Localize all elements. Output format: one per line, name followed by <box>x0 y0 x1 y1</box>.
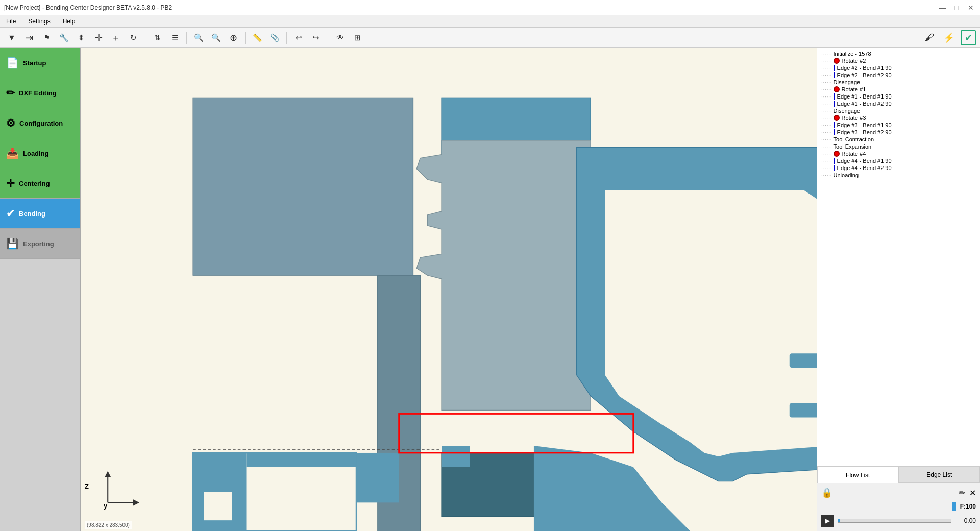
zoom-fit-icon[interactable]: ⊕ <box>226 30 241 45</box>
redo-icon[interactable]: ↪ <box>308 30 324 45</box>
separator-1 <box>145 32 145 44</box>
edit-icon[interactable]: ✏ <box>959 488 965 498</box>
flow-dots-icon: · · · · · · <box>821 144 831 150</box>
rotate-red-icon <box>834 58 840 64</box>
flow-item[interactable]: · · · · · ·Rotate #3 <box>817 114 980 122</box>
flow-item-text: Rotate #1 <box>842 86 866 92</box>
lock-icon[interactable]: 🔒 <box>821 487 832 498</box>
refresh-icon[interactable]: ↻ <box>126 30 141 45</box>
flow-item[interactable]: · · · · · ·Edge #2 - Bend #1 90 <box>817 64 980 71</box>
flow-list[interactable]: · · · · · ·Initialize - 1578· · · · · ·R… <box>817 48 980 466</box>
move-vert-icon[interactable]: ⬍ <box>74 30 89 45</box>
progress-fill <box>838 519 840 522</box>
toolbar: ▼ ⇥ ⚑ 🔧 ⬍ ✛ ＋ ↻ ⇅ ☰ 🔍 🔍 ⊕ 📏 📎 ↩ ↪ 👁 ⊞ 🖌 … <box>0 28 980 48</box>
flow-item[interactable]: · · · · · ·Disengage <box>817 79 980 86</box>
crosshair-icon[interactable]: ✛ <box>91 30 106 45</box>
bolt-icon[interactable]: ⚡ <box>941 30 957 45</box>
maximize-button[interactable]: □ <box>951 3 962 13</box>
flow-item[interactable]: · · · · · ·Rotate #4 <box>817 150 980 157</box>
play-button[interactable]: ▶ <box>821 515 834 527</box>
flip-h-icon[interactable]: ⇅ <box>150 30 165 45</box>
wrench-icon[interactable]: 🔧 <box>56 30 71 45</box>
flow-dots-icon: · · · · · · <box>821 94 831 100</box>
flow-item[interactable]: · · · · · ·Edge #4 - Bend #2 90 <box>817 164 980 172</box>
flow-item-text: Rotate #2 <box>842 58 866 64</box>
ruler-icon[interactable]: 📏 <box>250 30 265 45</box>
grid-icon[interactable]: ⊞ <box>350 30 365 45</box>
config-icon: ⚙ <box>6 117 15 129</box>
sidebar-item-startup[interactable]: 📄 Startup <box>0 48 80 78</box>
tab-flow-list[interactable]: Flow List <box>817 467 899 483</box>
flow-dots-icon: · · · · · · <box>821 101 831 107</box>
menu-icon[interactable]: ☰ <box>167 30 182 45</box>
flow-item[interactable]: · · · · · ·Disengage <box>817 107 980 114</box>
rotate-red-icon <box>834 86 840 92</box>
flow-item[interactable]: · · · · · ·Edge #2 - Bend #2 90 <box>817 71 980 79</box>
sidebar-label-loading: Loading <box>23 150 49 157</box>
flow-item[interactable]: · · · · · ·Edge #1 - Bend #2 90 <box>817 100 980 107</box>
flow-item-text: Tool Expansion <box>834 143 872 150</box>
sidebar-item-exporting[interactable]: 💾 Exporting <box>0 229 80 259</box>
sidebar-item-dxf-editing[interactable]: ✏ DXF Editing <box>0 78 80 108</box>
paint-icon[interactable]: 🖌 <box>922 30 937 45</box>
progress-bar[interactable] <box>838 519 951 523</box>
sidebar-label-exporting: Exporting <box>23 240 54 248</box>
rotate-red-icon <box>834 115 840 121</box>
move-icon[interactable]: ⇥ <box>21 30 37 45</box>
flow-item[interactable]: · · · · · ·Unloading <box>817 172 980 179</box>
menu-settings[interactable]: Settings <box>26 17 52 26</box>
close-button[interactable]: ✕ <box>966 3 976 13</box>
canvas-coordinates: (98.822 x 283.500) <box>85 521 132 529</box>
dxf-icon: ✏ <box>6 87 15 99</box>
flow-item[interactable]: · · · · · ·Edge #4 - Bend #1 90 <box>817 157 980 164</box>
flow-item[interactable]: · · · · · ·Rotate #2 <box>817 57 980 64</box>
menu-file[interactable]: File <box>4 17 18 26</box>
flow-item-text: Disengage <box>834 108 861 114</box>
edge-blue-icon <box>834 72 835 78</box>
add-icon[interactable]: ＋ <box>108 30 124 45</box>
sidebar-label-bending: Bending <box>19 210 45 218</box>
edge-blue-icon <box>834 158 835 164</box>
zoom-out-icon[interactable]: 🔍 <box>208 30 224 45</box>
check-icon[interactable]: ✔ <box>961 30 976 45</box>
sidebar-item-bending[interactable]: ✔ Bending <box>0 199 80 229</box>
flow-dots-icon: · · · · · · <box>821 108 831 114</box>
window-controls[interactable]: — □ ✕ <box>937 3 976 13</box>
zoom-in-icon[interactable]: 🔍 <box>191 30 206 45</box>
flow-item[interactable]: · · · · · ·Tool Contraction <box>817 136 980 143</box>
flow-item-text: Rotate #4 <box>842 151 866 157</box>
menu-bar: File Settings Help <box>0 15 980 28</box>
flow-item[interactable]: · · · · · ·Rotate #1 <box>817 86 980 93</box>
sidebar-item-centering[interactable]: ✛ Centering <box>0 168 80 199</box>
sidebar-label-config: Configuration <box>19 119 63 127</box>
flow-item[interactable]: · · · · · ·Initialize - 1578 <box>817 50 980 57</box>
edge-blue-icon <box>834 101 835 107</box>
arrow-down-icon[interactable]: ▼ <box>4 30 19 45</box>
close-panel-icon[interactable]: ✕ <box>969 488 976 498</box>
flow-item-text: Edge #3 - Bend #1 90 <box>837 122 892 128</box>
flow-dots-icon: · · · · · · <box>821 158 831 164</box>
undo-icon[interactable]: ↩ <box>291 30 306 45</box>
sidebar-item-loading[interactable]: 📥 Loading <box>0 138 80 168</box>
svg-rect-5 <box>790 353 817 368</box>
flag-icon[interactable]: ⚑ <box>39 30 54 45</box>
sidebar-item-configuration[interactable]: ⚙ Configuration <box>0 108 80 138</box>
flow-item[interactable]: · · · · · ·Edge #1 - Bend #1 90 <box>817 93 980 100</box>
flow-item[interactable]: · · · · · ·Edge #3 - Bend #2 90 <box>817 129 980 136</box>
sidebar-label-startup: Startup <box>23 59 46 67</box>
minimize-button[interactable]: — <box>937 3 947 13</box>
flow-item[interactable]: · · · · · ·Tool Expansion <box>817 143 980 150</box>
flow-dots-icon: · · · · · · <box>821 65 831 71</box>
edge-blue-icon <box>834 122 835 128</box>
tab-edge-list[interactable]: Edge List <box>899 467 981 483</box>
bottom-controls: 🔒 ✏ ✕ F:100 ▶ 0.00 <box>817 483 980 531</box>
canvas-area[interactable]: Z y (98.822 x 283.500) <box>81 48 817 531</box>
flow-item[interactable]: · · · · · ·Edge #3 - Bend #1 90 <box>817 122 980 129</box>
loading-icon: 📥 <box>6 147 19 159</box>
bending-icon: ✔ <box>6 207 15 220</box>
panel-tabs: Flow List Edge List <box>817 466 980 483</box>
edge-blue-icon <box>834 65 835 71</box>
eye-icon[interactable]: 👁 <box>332 30 348 45</box>
paperclip-icon[interactable]: 📎 <box>267 30 282 45</box>
menu-help[interactable]: Help <box>61 17 78 26</box>
